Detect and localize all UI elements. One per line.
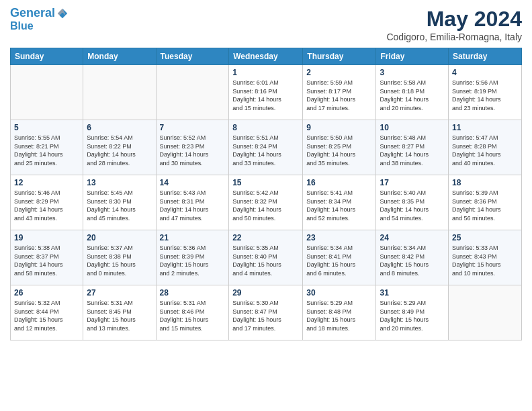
header: General Blue May 2024 Codigoro, Emilia-R… <box>10 7 522 42</box>
calendar-cell: 2Sunrise: 5:59 AM Sunset: 8:17 PM Daylig… <box>303 65 376 120</box>
day-number: 5 <box>14 123 79 132</box>
day-number: 6 <box>87 123 152 132</box>
day-number: 7 <box>160 123 226 132</box>
calendar-cell: 25Sunrise: 5:33 AM Sunset: 8:43 PM Dayli… <box>449 230 522 285</box>
day-info: Sunrise: 5:37 AM Sunset: 8:38 PM Dayligh… <box>87 244 152 277</box>
day-number: 13 <box>87 178 152 187</box>
day-number: 23 <box>306 233 372 242</box>
subtitle: Codigoro, Emilia-Romagna, Italy <box>386 32 522 42</box>
day-number: 8 <box>232 123 299 132</box>
day-number: 15 <box>232 178 299 187</box>
day-number: 31 <box>380 288 445 298</box>
day-info: Sunrise: 5:36 AM Sunset: 8:39 PM Dayligh… <box>160 244 226 277</box>
weekday-header-wednesday: Wednesday <box>229 48 303 65</box>
page: General Blue May 2024 Codigoro, Emilia-R… <box>0 0 532 411</box>
week-row-4: 19Sunrise: 5:38 AM Sunset: 8:37 PM Dayli… <box>11 230 522 285</box>
day-number: 4 <box>452 68 518 77</box>
calendar-cell <box>449 285 522 340</box>
calendar-cell: 4Sunrise: 5:56 AM Sunset: 8:19 PM Daylig… <box>449 65 522 120</box>
day-number: 25 <box>452 233 518 242</box>
logo-blue: Blue <box>10 20 69 32</box>
calendar-cell: 24Sunrise: 5:34 AM Sunset: 8:42 PM Dayli… <box>376 230 449 285</box>
calendar-cell: 22Sunrise: 5:35 AM Sunset: 8:40 PM Dayli… <box>229 230 303 285</box>
day-info: Sunrise: 5:46 AM Sunset: 8:29 PM Dayligh… <box>14 189 79 222</box>
day-number: 10 <box>380 123 445 132</box>
calendar-cell: 20Sunrise: 5:37 AM Sunset: 8:38 PM Dayli… <box>83 230 156 285</box>
calendar-cell: 17Sunrise: 5:40 AM Sunset: 8:35 PM Dayli… <box>376 175 449 230</box>
day-number: 9 <box>306 123 372 132</box>
day-info: Sunrise: 5:48 AM Sunset: 8:27 PM Dayligh… <box>380 134 445 167</box>
calendar-cell <box>83 65 156 120</box>
calendar-cell <box>156 65 229 120</box>
main-title: May 2024 <box>386 7 522 32</box>
day-info: Sunrise: 5:34 AM Sunset: 8:41 PM Dayligh… <box>306 244 372 277</box>
day-info: Sunrise: 5:51 AM Sunset: 8:24 PM Dayligh… <box>232 134 299 167</box>
weekday-header-monday: Monday <box>83 48 156 65</box>
calendar-cell: 26Sunrise: 5:32 AM Sunset: 8:44 PM Dayli… <box>11 285 83 340</box>
calendar-cell <box>11 65 83 120</box>
calendar-table: SundayMondayTuesdayWednesdayThursdayFrid… <box>10 48 522 340</box>
week-row-1: 1Sunrise: 6:01 AM Sunset: 8:16 PM Daylig… <box>11 65 522 120</box>
calendar-cell: 14Sunrise: 5:43 AM Sunset: 8:31 PM Dayli… <box>156 175 229 230</box>
calendar-cell: 9Sunrise: 5:50 AM Sunset: 8:25 PM Daylig… <box>303 120 376 175</box>
day-info: Sunrise: 5:40 AM Sunset: 8:35 PM Dayligh… <box>380 189 445 222</box>
day-number: 2 <box>306 68 372 77</box>
day-info: Sunrise: 5:31 AM Sunset: 8:46 PM Dayligh… <box>160 299 226 332</box>
day-info: Sunrise: 5:34 AM Sunset: 8:42 PM Dayligh… <box>380 244 445 277</box>
day-info: Sunrise: 5:29 AM Sunset: 8:49 PM Dayligh… <box>380 299 445 332</box>
day-info: Sunrise: 5:38 AM Sunset: 8:37 PM Dayligh… <box>14 244 79 277</box>
day-info: Sunrise: 5:29 AM Sunset: 8:48 PM Dayligh… <box>306 299 372 332</box>
day-number: 16 <box>306 178 372 187</box>
weekday-header-saturday: Saturday <box>449 48 522 65</box>
day-info: Sunrise: 5:31 AM Sunset: 8:45 PM Dayligh… <box>87 299 152 332</box>
title-block: May 2024 Codigoro, Emilia-Romagna, Italy <box>386 7 522 42</box>
day-info: Sunrise: 5:41 AM Sunset: 8:34 PM Dayligh… <box>306 189 372 222</box>
calendar-cell: 10Sunrise: 5:48 AM Sunset: 8:27 PM Dayli… <box>376 120 449 175</box>
day-info: Sunrise: 5:42 AM Sunset: 8:32 PM Dayligh… <box>232 189 299 222</box>
calendar-cell: 19Sunrise: 5:38 AM Sunset: 8:37 PM Dayli… <box>11 230 83 285</box>
day-number: 21 <box>160 233 226 242</box>
day-number: 28 <box>160 288 226 298</box>
calendar-cell: 30Sunrise: 5:29 AM Sunset: 8:48 PM Dayli… <box>303 285 376 340</box>
calendar-cell: 11Sunrise: 5:47 AM Sunset: 8:28 PM Dayli… <box>449 120 522 175</box>
day-number: 11 <box>452 123 518 132</box>
day-info: Sunrise: 5:35 AM Sunset: 8:40 PM Dayligh… <box>232 244 299 277</box>
logo: General Blue <box>10 7 69 32</box>
calendar-cell: 15Sunrise: 5:42 AM Sunset: 8:32 PM Dayli… <box>229 175 303 230</box>
weekday-header-tuesday: Tuesday <box>156 48 229 65</box>
weekday-header-sunday: Sunday <box>11 48 83 65</box>
day-info: Sunrise: 5:55 AM Sunset: 8:21 PM Dayligh… <box>14 134 79 167</box>
day-number: 12 <box>14 178 79 187</box>
day-info: Sunrise: 5:43 AM Sunset: 8:31 PM Dayligh… <box>160 189 226 222</box>
calendar-cell: 21Sunrise: 5:36 AM Sunset: 8:39 PM Dayli… <box>156 230 229 285</box>
day-info: Sunrise: 5:33 AM Sunset: 8:43 PM Dayligh… <box>452 244 518 277</box>
day-number: 26 <box>14 288 79 298</box>
day-info: Sunrise: 5:50 AM Sunset: 8:25 PM Dayligh… <box>306 134 372 167</box>
day-number: 18 <box>452 178 518 187</box>
day-info: Sunrise: 5:56 AM Sunset: 8:19 PM Dayligh… <box>452 79 518 112</box>
day-info: Sunrise: 5:47 AM Sunset: 8:28 PM Dayligh… <box>452 134 518 167</box>
week-row-2: 5Sunrise: 5:55 AM Sunset: 8:21 PM Daylig… <box>11 120 522 175</box>
calendar-cell: 23Sunrise: 5:34 AM Sunset: 8:41 PM Dayli… <box>303 230 376 285</box>
calendar-cell: 31Sunrise: 5:29 AM Sunset: 8:49 PM Dayli… <box>376 285 449 340</box>
calendar-cell: 28Sunrise: 5:31 AM Sunset: 8:46 PM Dayli… <box>156 285 229 340</box>
weekday-header-friday: Friday <box>376 48 449 65</box>
day-info: Sunrise: 5:59 AM Sunset: 8:17 PM Dayligh… <box>306 79 372 112</box>
day-number: 22 <box>232 233 299 242</box>
week-row-3: 12Sunrise: 5:46 AM Sunset: 8:29 PM Dayli… <box>11 175 522 230</box>
calendar-cell: 12Sunrise: 5:46 AM Sunset: 8:29 PM Dayli… <box>11 175 83 230</box>
day-info: Sunrise: 6:01 AM Sunset: 8:16 PM Dayligh… <box>232 79 299 112</box>
calendar-cell: 29Sunrise: 5:30 AM Sunset: 8:47 PM Dayli… <box>229 285 303 340</box>
day-number: 30 <box>306 288 372 298</box>
day-number: 1 <box>232 68 299 77</box>
day-number: 24 <box>380 233 445 242</box>
calendar-cell: 5Sunrise: 5:55 AM Sunset: 8:21 PM Daylig… <box>11 120 83 175</box>
logo-icon <box>56 7 69 19</box>
day-number: 29 <box>232 288 299 298</box>
day-info: Sunrise: 5:54 AM Sunset: 8:22 PM Dayligh… <box>87 134 152 167</box>
day-number: 19 <box>14 233 79 242</box>
day-number: 27 <box>87 288 152 298</box>
day-info: Sunrise: 5:52 AM Sunset: 8:23 PM Dayligh… <box>160 134 226 167</box>
calendar-cell: 13Sunrise: 5:45 AM Sunset: 8:30 PM Dayli… <box>83 175 156 230</box>
weekday-header-thursday: Thursday <box>303 48 376 65</box>
